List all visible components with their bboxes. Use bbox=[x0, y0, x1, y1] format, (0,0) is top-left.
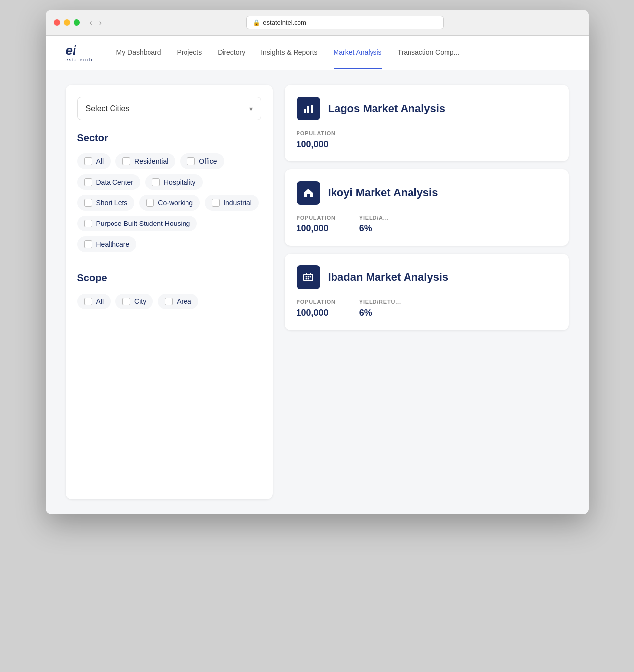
ibadan-card-title: Ibadan Market Analysis bbox=[328, 271, 448, 284]
sector-industrial[interactable]: Industrial bbox=[205, 195, 259, 211]
traffic-lights bbox=[54, 19, 80, 26]
svg-rect-1 bbox=[307, 106, 309, 113]
scope-all[interactable]: All bbox=[77, 294, 111, 309]
svg-point-8 bbox=[307, 278, 309, 280]
sector-coworking-label: Co-working bbox=[158, 199, 193, 207]
nav-arrows: ‹ › bbox=[88, 17, 104, 28]
ikoyi-population-stat: POPULATION 100,000 bbox=[297, 215, 336, 234]
url-text: estateintel.com bbox=[263, 19, 306, 26]
sector-all-checkbox[interactable] bbox=[84, 157, 92, 165]
close-button[interactable] bbox=[54, 19, 60, 26]
ibadan-card[interactable]: Ibadan Market Analysis POPULATION 100,00… bbox=[285, 254, 569, 330]
scope-area-label: Area bbox=[177, 298, 191, 305]
sector-options: All Residential Office Data Center Hospi… bbox=[77, 153, 261, 252]
forward-button[interactable]: › bbox=[97, 17, 104, 28]
app-header: ei estateintel My Dashboard Projects Dir… bbox=[46, 36, 589, 70]
sector-office[interactable]: Office bbox=[180, 153, 224, 169]
sector-healthcare[interactable]: Healthcare bbox=[77, 236, 137, 252]
sector-hospitality[interactable]: Hospitality bbox=[145, 174, 203, 190]
scope-title: Scope bbox=[77, 272, 261, 284]
lagos-card-header: Lagos Market Analysis bbox=[297, 97, 557, 120]
lagos-card-title: Lagos Market Analysis bbox=[328, 102, 446, 115]
ibadan-yield-label: YIELD/RETU... bbox=[359, 299, 401, 305]
lagos-stats: POPULATION 100,000 bbox=[297, 130, 557, 149]
svg-rect-2 bbox=[311, 105, 313, 113]
browser-window: ‹ › 🔒 estateintel.com ei estateintel My … bbox=[46, 10, 589, 514]
ibadan-population-label: POPULATION bbox=[297, 299, 336, 305]
sector-coworking[interactable]: Co-working bbox=[139, 195, 200, 211]
sector-residential-label: Residential bbox=[134, 157, 168, 165]
lagos-card[interactable]: Lagos Market Analysis POPULATION 100,000 bbox=[285, 85, 569, 161]
nav-transaction[interactable]: Transaction Comp... bbox=[398, 37, 460, 69]
lagos-population-value: 100,000 bbox=[297, 139, 336, 149]
address-bar[interactable]: 🔒 estateintel.com bbox=[246, 16, 444, 29]
sector-title: Sector bbox=[77, 132, 261, 144]
sector-healthcare-label: Healthcare bbox=[96, 240, 130, 248]
ikoyi-card-header: Ikoyi Market Analysis bbox=[297, 181, 557, 205]
scope-all-label: All bbox=[96, 298, 104, 305]
svg-rect-0 bbox=[304, 109, 306, 113]
city-select-dropdown[interactable]: Select Cities ▾ bbox=[77, 97, 261, 120]
svg-point-7 bbox=[305, 278, 307, 280]
browser-chrome: ‹ › 🔒 estateintel.com bbox=[46, 10, 589, 36]
sector-shortlets[interactable]: Short Lets bbox=[77, 195, 135, 211]
sector-student-housing-checkbox[interactable] bbox=[84, 220, 92, 227]
results-panel: Lagos Market Analysis POPULATION 100,000 bbox=[285, 85, 569, 499]
city-select-label: Select Cities bbox=[86, 104, 130, 113]
logo: ei estateintel bbox=[66, 43, 97, 62]
sector-coworking-checkbox[interactable] bbox=[146, 199, 154, 207]
ikoyi-population-label: POPULATION bbox=[297, 215, 336, 221]
ibadan-card-icon bbox=[297, 265, 320, 289]
ibadan-stats: POPULATION 100,000 YIELD/RETU... 6% bbox=[297, 299, 557, 318]
sector-all-label: All bbox=[96, 157, 104, 165]
nav-directory[interactable]: Directory bbox=[218, 37, 245, 69]
lock-icon: 🔒 bbox=[253, 19, 260, 26]
sector-shortlets-label: Short Lets bbox=[96, 199, 128, 207]
main-nav: My Dashboard Projects Directory Insights… bbox=[116, 37, 569, 69]
sector-all[interactable]: All bbox=[77, 153, 111, 169]
minimize-button[interactable] bbox=[64, 19, 70, 26]
svg-point-6 bbox=[309, 276, 311, 278]
ibadan-yield-value: 6% bbox=[359, 308, 401, 318]
ibadan-yield-stat: YIELD/RETU... 6% bbox=[359, 299, 401, 318]
maximize-button[interactable] bbox=[74, 19, 80, 26]
ikoyi-population-value: 100,000 bbox=[297, 224, 336, 234]
sector-residential-checkbox[interactable] bbox=[122, 157, 130, 165]
logo-area: ei estateintel bbox=[66, 43, 97, 62]
sector-healthcare-checkbox[interactable] bbox=[84, 240, 92, 248]
app-content: Select Cities ▾ Sector All Residential O… bbox=[46, 70, 589, 514]
lagos-population-stat: POPULATION 100,000 bbox=[297, 130, 336, 149]
nav-insights[interactable]: Insights & Reports bbox=[261, 37, 317, 69]
ikoyi-card-title: Ikoyi Market Analysis bbox=[328, 187, 438, 199]
sector-industrial-label: Industrial bbox=[224, 199, 252, 207]
ikoyi-stats: POPULATION 100,000 YIELD/A... 6% bbox=[297, 215, 557, 234]
sector-office-checkbox[interactable] bbox=[187, 157, 195, 165]
sector-datacenter-label: Data Center bbox=[96, 178, 133, 186]
scope-all-checkbox[interactable] bbox=[84, 298, 92, 305]
sector-residential[interactable]: Residential bbox=[115, 153, 175, 169]
nav-market-analysis[interactable]: Market Analysis bbox=[334, 37, 382, 69]
back-button[interactable]: ‹ bbox=[88, 17, 94, 28]
ibadan-population-stat: POPULATION 100,000 bbox=[297, 299, 336, 318]
sector-datacenter[interactable]: Data Center bbox=[77, 174, 140, 190]
sector-office-label: Office bbox=[199, 157, 217, 165]
sector-student-housing[interactable]: Purpose Built Student Housing bbox=[77, 216, 197, 231]
scope-area-checkbox[interactable] bbox=[165, 298, 173, 305]
sector-industrial-checkbox[interactable] bbox=[212, 199, 220, 207]
sector-datacenter-checkbox[interactable] bbox=[84, 178, 92, 186]
sector-shortlets-checkbox[interactable] bbox=[84, 199, 92, 207]
ikoyi-card-icon bbox=[297, 181, 320, 205]
svg-point-5 bbox=[307, 276, 309, 278]
ikoyi-card[interactable]: Ikoyi Market Analysis POPULATION 100,000… bbox=[285, 169, 569, 246]
sector-hospitality-checkbox[interactable] bbox=[152, 178, 160, 186]
svg-point-4 bbox=[305, 276, 307, 278]
nav-projects[interactable]: Projects bbox=[177, 37, 202, 69]
ibadan-population-value: 100,000 bbox=[297, 308, 336, 318]
scope-city-checkbox[interactable] bbox=[122, 298, 130, 305]
sector-student-housing-label: Purpose Built Student Housing bbox=[96, 220, 190, 227]
lagos-card-icon bbox=[297, 97, 320, 120]
scope-city[interactable]: City bbox=[115, 294, 153, 309]
nav-dashboard[interactable]: My Dashboard bbox=[116, 37, 161, 69]
chevron-down-icon: ▾ bbox=[249, 105, 253, 112]
scope-area[interactable]: Area bbox=[158, 294, 198, 309]
